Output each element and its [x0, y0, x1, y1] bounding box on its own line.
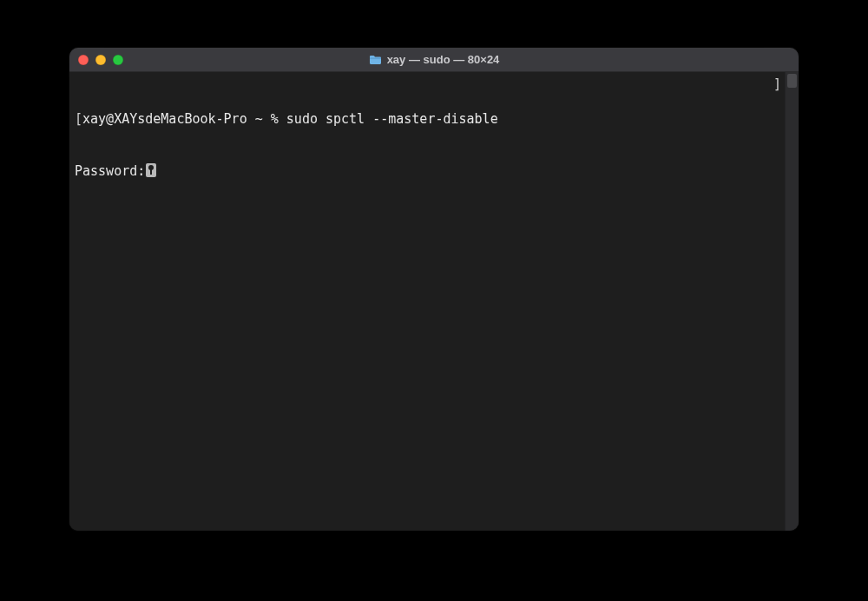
close-button[interactable]: [78, 55, 89, 65]
titlebar[interactable]: xay — sudo — 80×24: [69, 48, 799, 72]
folder-icon: [369, 55, 382, 65]
terminal-window: xay — sudo — 80×24 [xay@XAYsdeMacBook-Pr…: [69, 48, 799, 531]
terminal-line-1: [xay@XAYsdeMacBook-Pro ~ % sudo spctl --…: [75, 110, 779, 128]
prompt-open-bracket: [: [75, 111, 82, 127]
window-controls: [69, 55, 123, 65]
maximize-button[interactable]: [113, 55, 123, 65]
prompt-close-bracket: ]: [773, 76, 781, 93]
password-label: Password:: [75, 163, 145, 179]
scroll-thumb[interactable]: [787, 74, 797, 88]
minimize-button[interactable]: [95, 55, 106, 65]
terminal-line-2: Password:: [75, 162, 779, 180]
prompt-text: xay@XAYsdeMacBook-Pro ~ %: [82, 111, 286, 127]
key-icon: [146, 163, 156, 177]
terminal-area[interactable]: [xay@XAYsdeMacBook-Pro ~ % sudo spctl --…: [69, 72, 799, 531]
scrollbar[interactable]: [785, 72, 799, 531]
terminal-content[interactable]: [xay@XAYsdeMacBook-Pro ~ % sudo spctl --…: [69, 72, 785, 531]
command-text: sudo spctl --master-disable: [286, 111, 498, 127]
window-title: xay — sudo — 80×24: [69, 53, 799, 66]
window-title-text: xay — sudo — 80×24: [387, 53, 500, 66]
